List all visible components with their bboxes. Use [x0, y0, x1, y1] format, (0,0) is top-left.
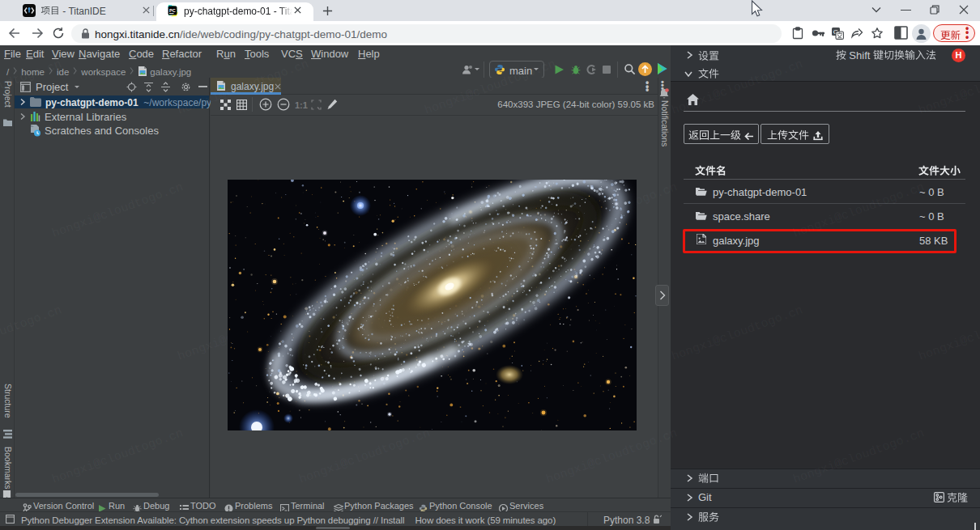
svg-text:PC: PC: [169, 8, 176, 13]
